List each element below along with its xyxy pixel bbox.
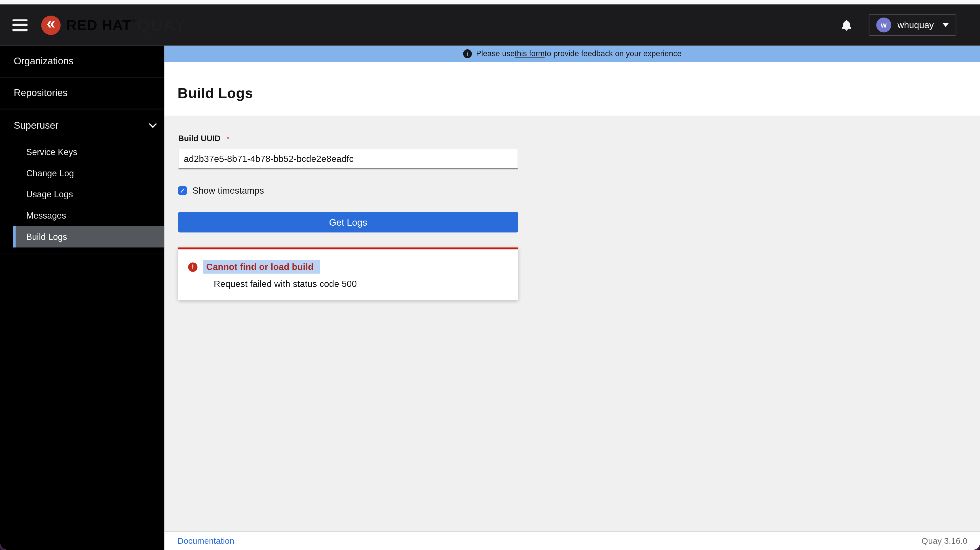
quay-app-window: « RED HAT ® QUAY w whuquay (0, 0, 980, 550)
field-label-row: Build UUID * (178, 132, 518, 144)
build-logs-form: Build UUID * ✓ Show timestamps Get Logs (178, 132, 518, 300)
error-alert-header: ! Cannot find or load build (188, 260, 508, 273)
error-alert-title: Cannot find or load build (203, 260, 320, 273)
sidebar-item-change-log[interactable]: Change Log (0, 162, 164, 184)
sidebar-item-organizations[interactable]: Organizations (0, 46, 164, 77)
error-alert-message: Request failed with status code 500 (214, 279, 508, 289)
build-uuid-input[interactable] (178, 149, 518, 170)
exclamation-circle-icon: ! (188, 262, 197, 272)
hamburger-icon (13, 19, 27, 21)
sidebar-item-label: Repositories (14, 87, 67, 99)
chevron-down-icon (149, 120, 157, 128)
sidebar-item-label: Messages (26, 211, 66, 221)
sidebar-item-label: Superuser (14, 120, 59, 131)
show-timestamps-row: ✓ Show timestamps (178, 186, 518, 196)
bell-icon (842, 19, 852, 30)
main-area: i Please use this form to provide feedba… (164, 46, 980, 550)
show-timestamps-label: Show timestamps (192, 186, 264, 196)
feedback-form-link[interactable]: this form (515, 49, 545, 58)
documentation-link[interactable]: Documentation (178, 536, 234, 545)
avatar: w (876, 17, 891, 33)
get-logs-button[interactable]: Get Logs (178, 212, 518, 232)
page-header: Build Logs (164, 62, 980, 116)
sidebar-item-label: Organizations (14, 56, 73, 67)
version-label: Quay 3.16.0 (921, 536, 967, 545)
app-viewport: « RED HAT ® QUAY w whuquay (0, 0, 980, 550)
hamburger-icon (13, 29, 27, 31)
sidebar-item-service-keys[interactable]: Service Keys (0, 141, 164, 162)
info-icon: i (463, 49, 472, 58)
top-strip (0, 0, 980, 4)
notifications-bell-button[interactable] (842, 19, 852, 30)
content-area: Build UUID * ✓ Show timestamps Get Logs (164, 116, 980, 531)
brand-quay-text: QUAY (138, 16, 187, 34)
sidebar-item-build-logs[interactable]: Build Logs (13, 226, 164, 248)
checkmark-icon: ✓ (180, 187, 185, 194)
sidebar-item-label: Service Keys (26, 147, 77, 157)
required-asterisk: * (227, 134, 229, 143)
build-uuid-label: Build UUID (178, 134, 221, 143)
hamburger-icon (13, 24, 27, 26)
masthead-right: w whuquay (842, 14, 956, 36)
redhat-logo-icon: « (41, 15, 60, 35)
sidebar-nav: Organizations Repositories Superuser Ser… (0, 46, 164, 550)
sidebar-item-label: Change Log (26, 168, 74, 178)
registered-mark: ® (132, 18, 135, 24)
brand-redhat-text: RED HAT (66, 16, 131, 33)
sidebar-item-label: Build Logs (26, 232, 67, 242)
superuser-subnav: Service Keys Change Log Usage Logs Messa… (0, 141, 164, 254)
sidebar-item-usage-logs[interactable]: Usage Logs (0, 184, 164, 205)
error-alert: ! Cannot find or load build Request fail… (178, 248, 518, 300)
sidebar-item-superuser[interactable]: Superuser (0, 110, 164, 141)
page-title: Build Logs (164, 62, 980, 102)
show-timestamps-checkbox[interactable]: ✓ (178, 186, 187, 195)
quay-logo[interactable]: « RED HAT ® QUAY (41, 15, 186, 35)
body-row: Organizations Repositories Superuser Ser… (0, 46, 980, 550)
sidebar-item-repositories[interactable]: Repositories (0, 77, 164, 109)
banner-text-suffix: to provide feedback on your experience (545, 49, 681, 58)
footer: Documentation Quay 3.16.0 (164, 531, 980, 550)
sidebar-item-label: Usage Logs (26, 189, 73, 199)
sidebar-item-messages[interactable]: Messages (0, 205, 164, 226)
masthead: « RED HAT ® QUAY w whuquay (0, 4, 980, 45)
banner-text-prefix: Please use (476, 49, 515, 58)
menu-toggle-button[interactable] (13, 19, 27, 31)
feedback-banner: i Please use this form to provide feedba… (164, 46, 980, 62)
caret-down-icon (943, 23, 949, 27)
user-menu-button[interactable]: w whuquay (869, 14, 956, 36)
user-name: whuquay (897, 20, 934, 30)
